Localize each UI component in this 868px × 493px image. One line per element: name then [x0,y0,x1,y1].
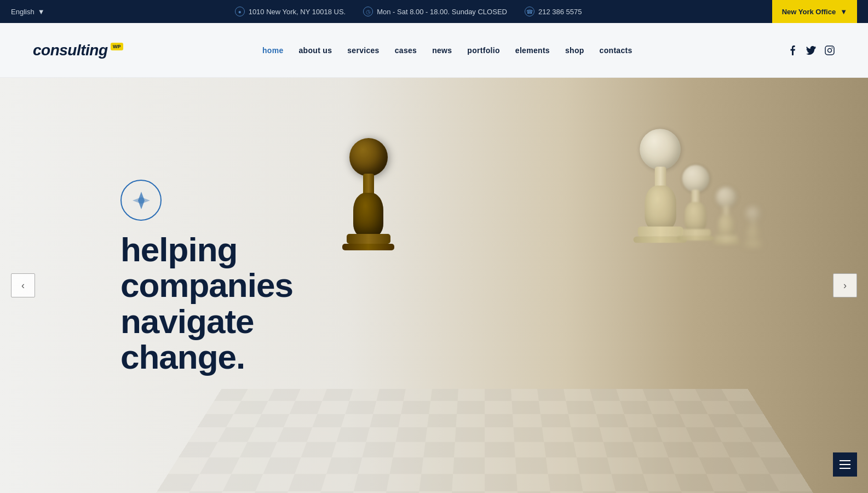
svg-marker-4 [133,197,150,204]
hamburger-line-1 [840,460,850,461]
hero-heading: helping companies navigate change. [120,232,293,374]
nav-menu: home about us services cases news portfo… [262,45,633,55]
phone-text: 212 386 5575 [538,8,582,16]
logo[interactable]: consulting WP [33,42,108,59]
hero-line-1: helping [120,232,293,267]
nav-link-cases[interactable]: cases [395,46,417,55]
address-item: ● 1010 New York, NY 10018 US. [235,7,346,16]
hero-line-4: change. [120,339,293,375]
hours-text: Mon - Sat 8.00 - 18.00. Sunday CLOSED [377,8,507,16]
address-text: 1010 New York, NY 10018 US. [249,8,346,16]
office-arrow: ▼ [840,8,847,16]
nav-link-shop[interactable]: shop [565,46,584,55]
nav-item-contacts[interactable]: contacts [600,45,633,55]
pawn-body [353,193,383,237]
svg-point-2 [831,47,832,48]
nav-link-home[interactable]: home [262,46,284,55]
white-pawn-2 [677,165,714,256]
phone-icon: ☎ [525,7,534,16]
hamburger-line-3 [840,468,850,469]
twitter-icon[interactable] [806,45,817,56]
nav-link-services[interactable]: services [347,46,379,55]
facebook-icon[interactable] [787,45,798,56]
pawn-neck [363,174,374,196]
social-links [787,45,835,56]
nav-item-shop[interactable]: shop [565,45,584,55]
prev-chevron-icon: ‹ [21,280,25,291]
nav-link-portfolio[interactable]: portfolio [467,46,499,55]
language-selector[interactable]: English ▼ [11,8,45,16]
hero-line-2: companies [120,267,293,303]
hero-line-3: navigate [120,303,293,339]
nav-item-services[interactable]: services [347,45,379,55]
nav-item-elements[interactable]: elements [515,45,550,55]
office-selector[interactable]: New York Office ▼ [772,0,857,23]
white-pawn-4 [743,207,763,247]
logo-badge: WP [111,43,123,50]
hero-content: helping companies navigate change. [120,180,293,374]
language-arrow: ▼ [38,8,45,16]
slider-prev-button[interactable]: ‹ [11,273,35,297]
location-icon: ● [235,7,245,16]
white-pawn-3 [712,187,740,250]
office-label: New York Office [782,8,836,16]
pawn-foot [342,244,394,250]
clock-icon: ◷ [363,7,373,16]
nav-item-about[interactable]: about us [299,45,332,55]
nav-item-news[interactable]: news [432,45,452,55]
logo-text: consulting [33,42,108,59]
dark-pawn [342,138,394,250]
language-label: English [11,8,35,16]
instagram-icon[interactable] [824,45,835,56]
nav-link-contacts[interactable]: contacts [600,46,633,55]
menu-toggle-button[interactable] [833,452,857,477]
compass-icon [120,180,162,221]
pawn-head [349,138,388,176]
nav-item-home[interactable]: home [262,45,284,55]
hours-item: ◷ Mon - Sat 8.00 - 18.00. Sunday CLOSED [363,7,507,16]
hamburger-line-2 [840,464,850,465]
svg-point-1 [827,48,831,52]
hero-section: helping companies navigate change. ‹ › [0,78,868,493]
navbar: consulting WP home about us services cas… [0,23,868,78]
nav-item-cases[interactable]: cases [395,45,417,55]
next-chevron-icon: › [843,280,847,291]
pawn-base [347,234,390,244]
nav-link-news[interactable]: news [432,46,452,55]
chess-pieces-area [277,111,769,483]
nav-link-elements[interactable]: elements [515,46,550,55]
white-pawns-row [645,127,769,261]
nav-link-about[interactable]: about us [299,46,332,55]
nav-item-portfolio[interactable]: portfolio [467,45,499,55]
slider-next-button[interactable]: › [833,273,857,297]
phone-item[interactable]: ☎ 212 386 5575 [525,7,582,16]
hamburger-icon [840,460,850,469]
svg-rect-0 [825,46,834,55]
top-bar: English ▼ ● 1010 New York, NY 10018 US. … [0,0,868,23]
contact-info: ● 1010 New York, NY 10018 US. ◷ Mon - Sa… [235,7,582,16]
